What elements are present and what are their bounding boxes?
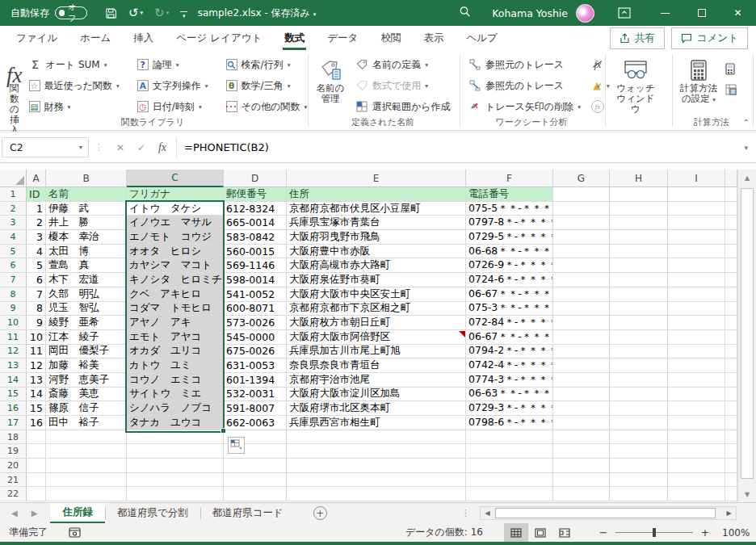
cell-H16[interactable] <box>610 401 668 416</box>
cell-G13[interactable] <box>553 358 610 373</box>
cell-H22[interactable] <box>610 487 668 501</box>
lookup-button[interactable]: 検索/行列▾ <box>222 54 312 75</box>
cell-C1[interactable]: フリガナ <box>127 187 224 202</box>
cell-F5[interactable]: 06-68＊＊-＊＊＊＊ <box>466 245 553 259</box>
datetime-button[interactable]: ◷日付/時刻▾ <box>133 96 212 117</box>
tab-home[interactable]: ホーム <box>69 26 122 51</box>
cell-A20[interactable] <box>27 459 46 473</box>
name-manager-button[interactable]: 名前の管理 <box>313 53 348 104</box>
share-button[interactable]: 共有 <box>610 27 665 49</box>
cell-E12[interactable]: 兵庫県加古川市尾上町旭 <box>287 345 466 359</box>
remove-arrows-button[interactable]: トレース矢印の削除▾ <box>464 96 585 117</box>
cell-G7[interactable] <box>553 273 610 287</box>
cell-G5[interactable] <box>553 245 610 259</box>
calculation-options-button[interactable]: 計算方法の設定 ▾ <box>677 53 720 105</box>
prev-sheet-icon[interactable]: ◀ <box>11 509 18 518</box>
cell-G2[interactable] <box>553 202 610 216</box>
col-header-D[interactable]: D <box>224 170 287 187</box>
cell-C7[interactable]: キノシタ ヒロミチ <box>127 273 224 287</box>
cell-A8[interactable]: 7 <box>27 287 46 302</box>
cell-E9[interactable]: 京都府京都市下京区相之町 <box>287 302 466 317</box>
cell-C14[interactable]: コウノ エミコ <box>127 373 224 388</box>
cell-A11[interactable]: 10 <box>27 330 46 345</box>
cell-F4[interactable]: 0729-5＊-＊＊＊＊ <box>466 230 553 245</box>
row-header-5[interactable]: 5 <box>0 245 27 259</box>
logical-button[interactable]: ?論理▾ <box>133 54 212 75</box>
tab-scroll-splitter[interactable]: ⋮ <box>461 508 470 518</box>
cell-x1[interactable] <box>725 187 737 202</box>
cell-A9[interactable]: 8 <box>27 302 46 317</box>
cell-C22[interactable] <box>127 487 224 501</box>
row-header-7[interactable]: 7 <box>0 273 27 287</box>
cell-D6[interactable]: 569-1146 <box>224 258 287 273</box>
row-header-21[interactable]: 21 <box>0 473 27 488</box>
cell-E4[interactable]: 大阪府羽曳野市飛鳥 <box>287 230 466 245</box>
cell-x8[interactable] <box>725 287 737 302</box>
zoom-slider[interactable] <box>615 532 693 533</box>
tab-file[interactable]: ファイル <box>5 26 69 51</box>
cell-x7[interactable] <box>725 273 737 287</box>
cell-H17[interactable] <box>610 416 668 430</box>
cell-F13[interactable]: 0742-4＊-＊＊＊＊ <box>466 358 553 373</box>
cell-G17[interactable] <box>553 416 610 430</box>
cell-I15[interactable] <box>668 388 725 402</box>
cell-H15[interactable] <box>610 388 668 402</box>
cell-x4[interactable] <box>725 230 737 245</box>
cell-x9[interactable] <box>725 302 737 317</box>
row-header-20[interactable]: 20 <box>0 459 27 473</box>
cell-A19[interactable] <box>27 444 46 459</box>
cell-I17[interactable] <box>668 416 725 430</box>
tab-review[interactable]: 校閲 <box>369 26 412 51</box>
cell-I21[interactable] <box>668 473 725 488</box>
watch-window-button[interactable]: ウォッチ ウィンドウ <box>610 53 662 115</box>
cell-E8[interactable]: 大阪府大阪市中央区安土町 <box>287 287 466 302</box>
cell-F7[interactable]: 0724-6＊-＊＊＊＊ <box>466 273 553 287</box>
cell-G3[interactable] <box>553 216 610 230</box>
cell-D2[interactable]: 612-8324 <box>224 202 287 216</box>
cell-x5[interactable] <box>725 245 737 259</box>
row-header-2[interactable]: 2 <box>0 202 27 216</box>
cell-G20[interactable] <box>553 459 610 473</box>
cell-G15[interactable] <box>553 388 610 402</box>
cell-E15[interactable]: 大阪府大阪市淀川区加島 <box>287 388 466 402</box>
cell-D3[interactable]: 665-0014 <box>224 216 287 230</box>
cell-H19[interactable] <box>610 444 668 459</box>
cell-C19[interactable] <box>127 444 224 459</box>
row-header-22[interactable]: 22 <box>0 487 27 501</box>
row-header-15[interactable]: 15 <box>0 388 27 402</box>
row-header-3[interactable]: 3 <box>0 216 27 230</box>
cell-I8[interactable] <box>668 287 725 302</box>
cell-E14[interactable]: 京都府宇治市池尾 <box>287 373 466 388</box>
cell-F2[interactable]: 075-5＊＊-＊＊＊＊ <box>466 202 553 216</box>
cell-I18[interactable] <box>668 430 725 445</box>
zoom-level[interactable]: 100% <box>722 527 756 539</box>
vertical-scroll-thumb[interactable] <box>741 188 754 479</box>
math-trig-button[interactable]: θ数学/三角▾ <box>222 75 312 96</box>
cell-x11[interactable] <box>725 330 737 345</box>
cell-E13[interactable]: 奈良県奈良市青垣台 <box>287 358 466 373</box>
cell-I19[interactable] <box>668 444 725 459</box>
cell-G19[interactable] <box>553 444 610 459</box>
fill-handle[interactable] <box>220 428 226 434</box>
cell-F17[interactable]: 0798-6＊-＊＊＊＊ <box>466 416 553 430</box>
cell-B12[interactable]: 岡田 優梨子 <box>46 345 127 359</box>
cell-C8[interactable]: クベ アキヒロ <box>127 287 224 302</box>
cell-C15[interactable]: サイトウ ミエ <box>127 388 224 402</box>
row-header-19[interactable]: 19 <box>0 444 27 459</box>
cell-B18[interactable] <box>46 430 127 445</box>
cell-x16[interactable] <box>725 401 737 416</box>
cell-H8[interactable] <box>610 287 668 302</box>
collapse-ribbon-button[interactable]: ⌃ <box>743 118 750 127</box>
cell-H11[interactable] <box>610 330 668 345</box>
name-box[interactable]: C2 ▾ <box>2 137 89 157</box>
cell-A21[interactable] <box>27 473 46 488</box>
cell-G8[interactable] <box>553 287 610 302</box>
cell-I9[interactable] <box>668 302 725 317</box>
cell-B16[interactable]: 篠原 信子 <box>46 401 127 416</box>
cell-C18[interactable] <box>127 430 224 445</box>
cell-I1[interactable] <box>668 187 725 202</box>
col-header-sliver[interactable] <box>725 170 737 187</box>
cell-G11[interactable] <box>553 330 610 345</box>
cell-I16[interactable] <box>668 401 725 416</box>
cell-x10[interactable] <box>725 316 737 330</box>
